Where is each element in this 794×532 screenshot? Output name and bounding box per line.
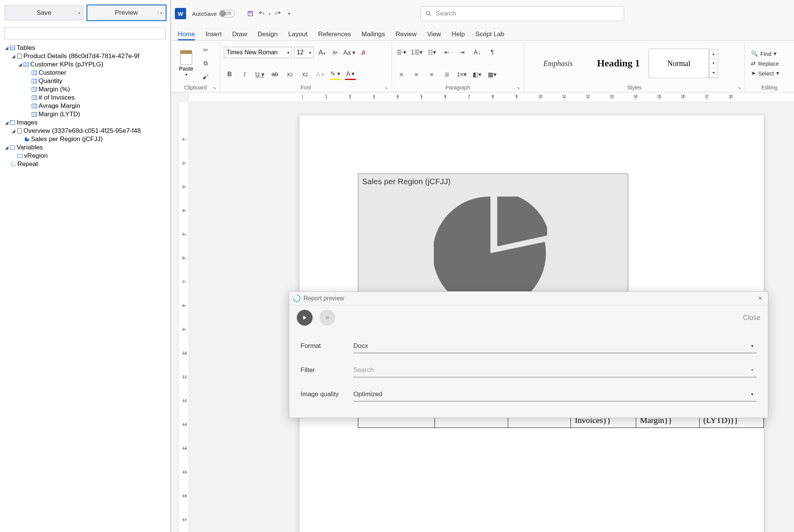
grow-font-icon[interactable]: A▴ — [316, 47, 327, 58]
image-quality-select[interactable]: Optimized▼ — [353, 387, 757, 401]
tree-node-tables[interactable]: ◢Tables — [4, 44, 170, 52]
align-right-icon[interactable]: ≡ — [426, 69, 437, 80]
chevron-down-icon[interactable]: ▾ — [76, 11, 80, 15]
tree-node-col[interactable]: Quantity — [4, 77, 170, 85]
italic-icon[interactable]: I — [239, 69, 250, 80]
line-spacing-icon[interactable]: ‡≡▾ — [456, 69, 467, 80]
save-icon[interactable] — [246, 9, 254, 18]
dialog-title-bar[interactable]: Report preview ✕ — [289, 292, 768, 305]
tab-insert[interactable]: Insert — [205, 31, 222, 40]
chevron-down-icon[interactable]: ▾ — [158, 11, 162, 15]
text-effects-icon[interactable]: A ▾ — [315, 69, 326, 80]
caret-down-icon[interactable]: ◢ — [11, 52, 16, 60]
shrink-font-icon[interactable]: A▾ — [330, 47, 341, 58]
highlight-icon[interactable]: ✎ ▾ — [330, 69, 341, 80]
autosave-toggle[interactable]: AutoSave Off — [192, 10, 243, 17]
align-center-icon[interactable]: ≡ — [411, 69, 422, 80]
align-left-icon[interactable]: ≡ — [396, 69, 407, 80]
filter-select[interactable]: Search▼ — [353, 363, 757, 377]
numbering-icon[interactable]: 1☰▾ — [411, 47, 422, 58]
save-button[interactable]: Save ▾ — [5, 5, 83, 20]
tree-node-col[interactable]: Margin (%) — [4, 85, 170, 94]
stop-button[interactable] — [319, 310, 335, 326]
find-button[interactable]: 🔍Find ▾ — [751, 50, 779, 57]
caret-down-icon[interactable]: ◢ — [4, 118, 9, 127]
bullets-icon[interactable]: ☰·▾ — [396, 47, 407, 58]
style-heading1[interactable]: Heading 1 — [588, 49, 649, 78]
tab-draw[interactable]: Draw — [232, 31, 247, 40]
tab-mailings[interactable]: Mailings — [361, 31, 385, 40]
font-color-icon[interactable]: A ▾ — [345, 69, 356, 80]
dialog-launcher-icon[interactable]: ↘ — [737, 85, 741, 90]
horizontal-ruler[interactable]: 123456789101112131415161718 — [189, 92, 794, 102]
increase-indent-icon[interactable]: ⇥ — [456, 47, 468, 58]
document-icon — [16, 128, 23, 134]
style-emphasis[interactable]: Emphasis — [528, 49, 588, 78]
play-button[interactable] — [297, 310, 313, 326]
tree-node-col[interactable]: Margin (LYTD) — [4, 110, 170, 118]
tree-node-variables[interactable]: ◢Variables — [4, 143, 170, 152]
undo-icon[interactable] — [257, 9, 266, 18]
caret-down-icon[interactable]: ◢ — [17, 60, 23, 69]
superscript-icon[interactable]: x2 — [299, 69, 311, 80]
cut-icon[interactable]: ✂ — [200, 44, 211, 55]
tree-node-col[interactable]: Customer — [4, 69, 170, 77]
tree-node-product-details[interactable]: ◢Product Details (86c0d7d4-781e-427e-9f — [4, 52, 170, 60]
copy-icon[interactable]: ⧉ — [200, 58, 211, 69]
decrease-indent-icon[interactable]: ⇤ — [441, 47, 453, 58]
caret-down-icon[interactable]: ◢ — [4, 143, 9, 152]
multilevel-list-icon[interactable]: ☷▾ — [426, 47, 438, 58]
underline-icon[interactable]: U ▾ — [254, 69, 265, 80]
tree-node-overview[interactable]: ◢Overview (3337e68d-c051-4f25-95e7-f48 — [4, 127, 170, 135]
close-button[interactable]: Close — [743, 314, 760, 322]
customize-qat-icon[interactable]: ▾ — [285, 9, 293, 18]
tree-node-vregion[interactable]: vRegion — [4, 152, 170, 160]
style-normal[interactable]: Normal — [649, 49, 709, 78]
font-name-select[interactable]: Times New Roman▾ — [224, 47, 292, 58]
tree-node-sales-per-region[interactable]: Sales per Region (jCFJJ) — [4, 135, 170, 143]
dialog-launcher-icon[interactable]: ↘ — [213, 85, 216, 90]
close-icon[interactable]: ✕ — [756, 294, 764, 302]
borders-icon[interactable]: ▦▾ — [486, 69, 498, 80]
justify-icon[interactable]: ≣ — [441, 69, 452, 80]
tab-help[interactable]: Help — [452, 31, 465, 40]
tree-node-col[interactable]: # of Invoices — [4, 94, 170, 102]
strike-icon[interactable]: ab — [269, 69, 281, 80]
tab-references[interactable]: References — [318, 31, 351, 40]
caret-down-icon[interactable]: ◢ — [4, 44, 9, 52]
tree-node-customer-kpis[interactable]: ◢Customer KPIs (pJYPLG) — [4, 60, 170, 69]
dialog-launcher-icon[interactable]: ↘ — [384, 85, 388, 90]
tab-review[interactable]: Review — [396, 31, 417, 40]
sort-icon[interactable]: A↓ — [472, 47, 483, 58]
dialog-launcher-icon[interactable]: ↘ — [516, 85, 520, 90]
tree-node-col[interactable]: Avrage Margin — [4, 102, 170, 110]
tab-home[interactable]: Home — [178, 31, 195, 40]
search-box[interactable]: Search — [420, 6, 624, 21]
styles-scroll[interactable]: ▴▾⏷ — [709, 49, 718, 78]
bold-icon[interactable]: B — [224, 69, 235, 80]
image-quality-label: Image quality — [301, 391, 353, 398]
show-marks-icon[interactable]: ¶ — [487, 47, 498, 58]
subscript-icon[interactable]: x2 — [284, 69, 296, 80]
tree-filter-input[interactable] — [5, 27, 166, 39]
format-painter-icon[interactable]: 🖌 — [200, 71, 211, 83]
replace-button[interactable]: ⇄Replace — [751, 60, 779, 67]
tree-node-images[interactable]: ◢Images — [4, 118, 170, 127]
clear-format-icon[interactable]: A̷ — [358, 47, 369, 58]
caret-down-icon[interactable]: ◢ — [11, 127, 16, 135]
change-case-icon[interactable]: Aa ▾ — [343, 47, 355, 58]
tree-node-repeat[interactable]: Repeat — [4, 160, 170, 168]
paste-button[interactable]: Paste▾ — [175, 50, 197, 77]
select-button[interactable]: ➤Select ▾ — [751, 70, 779, 77]
vertical-ruler[interactable]: 123456789101112131415161718 — [179, 102, 189, 532]
font-size-select[interactable]: 12▾ — [294, 47, 314, 58]
tab-view[interactable]: View — [427, 31, 441, 40]
tab-design[interactable]: Design — [258, 31, 278, 40]
tab-script-lab[interactable]: Script Lab — [475, 31, 504, 40]
redo-icon[interactable] — [274, 9, 282, 18]
format-select[interactable]: Docx▼ — [353, 339, 757, 353]
tab-layout[interactable]: Layout — [288, 31, 307, 40]
preview-button[interactable]: Preview ▾ — [87, 5, 166, 20]
shading-icon[interactable]: ◧▾ — [471, 69, 483, 80]
stop-icon — [325, 315, 330, 320]
